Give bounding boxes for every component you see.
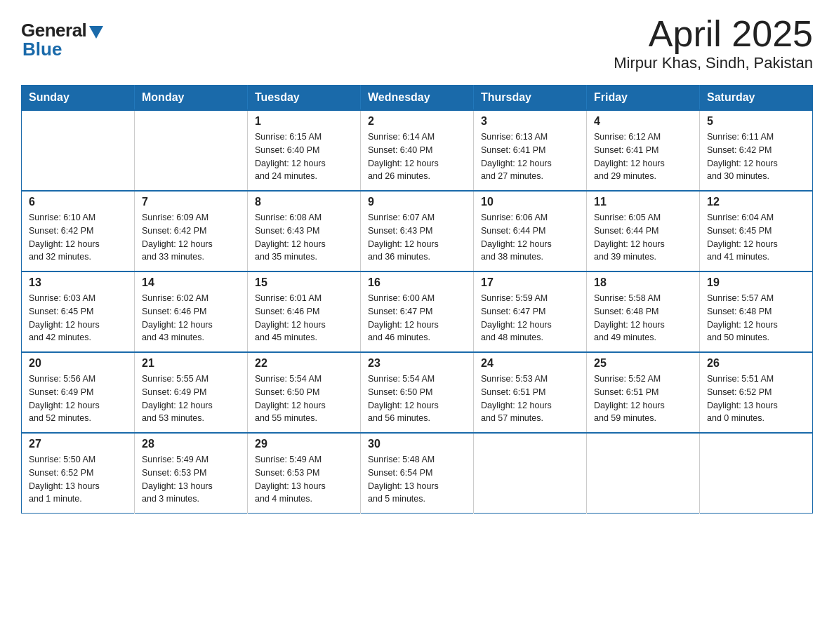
header-cell-monday: Monday (135, 86, 248, 111)
day-cell: 21Sunrise: 5:55 AMSunset: 6:49 PMDayligh… (135, 352, 248, 433)
day-cell: 23Sunrise: 5:54 AMSunset: 6:50 PMDayligh… (361, 352, 474, 433)
day-number: 21 (142, 357, 240, 370)
day-cell: 12Sunrise: 6:04 AMSunset: 6:45 PMDayligh… (700, 191, 813, 271)
logo-triangle-icon (89, 26, 103, 39)
day-cell: 27Sunrise: 5:50 AMSunset: 6:52 PMDayligh… (22, 433, 135, 514)
week-row-3: 13Sunrise: 6:03 AMSunset: 6:45 PMDayligh… (22, 271, 813, 352)
week-row-1: 1Sunrise: 6:15 AMSunset: 6:40 PMDaylight… (22, 110, 813, 191)
day-info: Sunrise: 5:49 AMSunset: 6:53 PMDaylight:… (142, 453, 240, 506)
day-info: Sunrise: 5:56 AMSunset: 6:49 PMDaylight:… (29, 373, 127, 425)
day-cell (587, 433, 700, 514)
header-cell-tuesday: Tuesday (248, 86, 361, 111)
day-cell: 7Sunrise: 6:09 AMSunset: 6:42 PMDaylight… (135, 191, 248, 271)
day-number: 19 (707, 276, 805, 289)
day-info: Sunrise: 5:51 AMSunset: 6:52 PMDaylight:… (707, 373, 805, 425)
day-info: Sunrise: 6:12 AMSunset: 6:41 PMDaylight:… (594, 130, 692, 183)
day-cell: 30Sunrise: 5:48 AMSunset: 6:54 PMDayligh… (361, 433, 474, 514)
day-info: Sunrise: 5:54 AMSunset: 6:50 PMDaylight:… (255, 373, 353, 425)
day-info: Sunrise: 6:15 AMSunset: 6:40 PMDaylight:… (255, 130, 353, 183)
day-cell: 5Sunrise: 6:11 AMSunset: 6:42 PMDaylight… (700, 110, 813, 191)
day-number: 1 (255, 115, 353, 128)
day-number: 10 (481, 196, 579, 208)
day-cell (700, 433, 813, 514)
day-info: Sunrise: 6:08 AMSunset: 6:43 PMDaylight:… (255, 211, 353, 264)
day-cell: 2Sunrise: 6:14 AMSunset: 6:40 PMDaylight… (361, 110, 474, 191)
day-info: Sunrise: 6:00 AMSunset: 6:47 PMDaylight:… (368, 292, 466, 344)
day-info: Sunrise: 6:02 AMSunset: 6:46 PMDaylight:… (142, 292, 240, 344)
day-cell: 18Sunrise: 5:58 AMSunset: 6:48 PMDayligh… (587, 271, 700, 352)
day-cell (22, 110, 135, 191)
day-cell: 3Sunrise: 6:13 AMSunset: 6:41 PMDaylight… (474, 110, 587, 191)
day-info: Sunrise: 6:05 AMSunset: 6:44 PMDaylight:… (594, 211, 692, 264)
day-cell: 4Sunrise: 6:12 AMSunset: 6:41 PMDaylight… (587, 110, 700, 191)
day-info: Sunrise: 6:01 AMSunset: 6:46 PMDaylight:… (255, 292, 353, 344)
day-number: 28 (142, 438, 240, 450)
day-cell: 17Sunrise: 5:59 AMSunset: 6:47 PMDayligh… (474, 271, 587, 352)
day-info: Sunrise: 6:03 AMSunset: 6:45 PMDaylight:… (29, 292, 127, 344)
day-info: Sunrise: 5:50 AMSunset: 6:52 PMDaylight:… (29, 453, 127, 506)
day-info: Sunrise: 6:09 AMSunset: 6:42 PMDaylight:… (142, 211, 240, 264)
day-cell: 10Sunrise: 6:06 AMSunset: 6:44 PMDayligh… (474, 191, 587, 271)
header-cell-friday: Friday (587, 86, 700, 111)
day-info: Sunrise: 6:14 AMSunset: 6:40 PMDaylight:… (368, 130, 466, 183)
day-number: 17 (481, 276, 579, 289)
logo: General Blue (21, 14, 103, 60)
day-number: 18 (594, 276, 692, 289)
day-number: 29 (255, 438, 353, 450)
page-subtitle: Mirpur Khas, Sindh, Pakistan (614, 54, 813, 72)
day-number: 2 (368, 115, 466, 128)
day-cell: 16Sunrise: 6:00 AMSunset: 6:47 PMDayligh… (361, 271, 474, 352)
header-cell-sunday: Sunday (22, 86, 135, 111)
calendar-table: SundayMondayTuesdayWednesdayThursdayFrid… (21, 85, 813, 514)
day-cell: 15Sunrise: 6:01 AMSunset: 6:46 PMDayligh… (248, 271, 361, 352)
day-info: Sunrise: 6:07 AMSunset: 6:43 PMDaylight:… (368, 211, 466, 264)
day-cell: 29Sunrise: 5:49 AMSunset: 6:53 PMDayligh… (248, 433, 361, 514)
day-cell: 14Sunrise: 6:02 AMSunset: 6:46 PMDayligh… (135, 271, 248, 352)
day-cell: 24Sunrise: 5:53 AMSunset: 6:51 PMDayligh… (474, 352, 587, 433)
day-cell: 19Sunrise: 5:57 AMSunset: 6:48 PMDayligh… (700, 271, 813, 352)
day-cell: 8Sunrise: 6:08 AMSunset: 6:43 PMDaylight… (248, 191, 361, 271)
week-row-4: 20Sunrise: 5:56 AMSunset: 6:49 PMDayligh… (22, 352, 813, 433)
day-info: Sunrise: 5:52 AMSunset: 6:51 PMDaylight:… (594, 373, 692, 425)
day-number: 24 (481, 357, 579, 370)
page-header: General Blue April 2025 Mirpur Khas, Sin… (21, 14, 813, 72)
day-cell (474, 433, 587, 514)
day-cell: 6Sunrise: 6:10 AMSunset: 6:42 PMDaylight… (22, 191, 135, 271)
day-number: 16 (368, 276, 466, 289)
day-number: 8 (255, 196, 353, 208)
day-cell: 25Sunrise: 5:52 AMSunset: 6:51 PMDayligh… (587, 352, 700, 433)
header-cell-thursday: Thursday (474, 86, 587, 111)
day-info: Sunrise: 5:57 AMSunset: 6:48 PMDaylight:… (707, 292, 805, 344)
day-number: 5 (707, 115, 805, 128)
day-info: Sunrise: 5:49 AMSunset: 6:53 PMDaylight:… (255, 453, 353, 506)
day-cell (135, 110, 248, 191)
day-number: 25 (594, 357, 692, 370)
week-row-2: 6Sunrise: 6:10 AMSunset: 6:42 PMDaylight… (22, 191, 813, 271)
day-number: 12 (707, 196, 805, 208)
day-info: Sunrise: 5:54 AMSunset: 6:50 PMDaylight:… (368, 373, 466, 425)
day-info: Sunrise: 5:48 AMSunset: 6:54 PMDaylight:… (368, 453, 466, 506)
day-cell: 13Sunrise: 6:03 AMSunset: 6:45 PMDayligh… (22, 271, 135, 352)
day-number: 11 (594, 196, 692, 208)
week-row-5: 27Sunrise: 5:50 AMSunset: 6:52 PMDayligh… (22, 433, 813, 514)
day-number: 27 (29, 438, 127, 450)
day-info: Sunrise: 5:59 AMSunset: 6:47 PMDaylight:… (481, 292, 579, 344)
day-number: 26 (707, 357, 805, 370)
day-number: 30 (368, 438, 466, 450)
day-number: 14 (142, 276, 240, 289)
day-cell: 22Sunrise: 5:54 AMSunset: 6:50 PMDayligh… (248, 352, 361, 433)
day-info: Sunrise: 5:55 AMSunset: 6:49 PMDaylight:… (142, 373, 240, 425)
logo-blue-text: Blue (21, 39, 62, 60)
day-number: 15 (255, 276, 353, 289)
calendar-header: SundayMondayTuesdayWednesdayThursdayFrid… (22, 86, 813, 111)
day-info: Sunrise: 5:53 AMSunset: 6:51 PMDaylight:… (481, 373, 579, 425)
day-cell: 11Sunrise: 6:05 AMSunset: 6:44 PMDayligh… (587, 191, 700, 271)
day-number: 3 (481, 115, 579, 128)
day-number: 20 (29, 357, 127, 370)
title-block: April 2025 Mirpur Khas, Sindh, Pakistan (614, 14, 813, 72)
page-title: April 2025 (614, 14, 813, 54)
header-row: SundayMondayTuesdayWednesdayThursdayFrid… (22, 86, 813, 111)
day-info: Sunrise: 6:06 AMSunset: 6:44 PMDaylight:… (481, 211, 579, 264)
day-number: 9 (368, 196, 466, 208)
day-cell: 1Sunrise: 6:15 AMSunset: 6:40 PMDaylight… (248, 110, 361, 191)
